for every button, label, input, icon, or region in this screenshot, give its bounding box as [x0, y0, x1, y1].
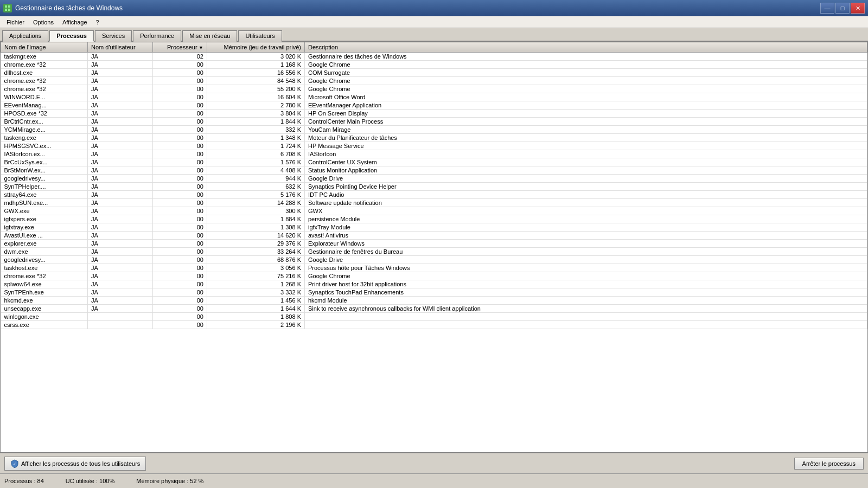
table-row[interactable]: AvastUI.exe ...JA0014 620 Kavast! Antivi…: [1, 232, 867, 240]
cell-cpu: 02: [153, 53, 207, 61]
cell-description: igfxTray Module: [305, 223, 867, 232]
cell-username: JA: [88, 166, 153, 175]
tabs-bar: Applications Processus Services Performa…: [0, 28, 868, 42]
cell-description: IAStorIcon: [305, 150, 867, 158]
table-row[interactable]: chrome.exe *32JA001 168 KGoogle Chrome: [1, 61, 867, 69]
sort-arrow-icon: [197, 44, 203, 50]
col-header-mem[interactable]: Mémoire (jeu de travail privé): [207, 42, 305, 53]
table-row[interactable]: chrome.exe *32JA0075 216 KGoogle Chrome: [1, 272, 867, 280]
table-row[interactable]: YCMMirage.e...JA00332 KYouCam Mirage: [1, 126, 867, 134]
table-row[interactable]: dwm.exeJA0033 264 KGestionnaire de fenêt…: [1, 248, 867, 256]
tab-performance[interactable]: Performance: [133, 30, 181, 42]
shield-icon: ✓: [10, 459, 19, 468]
table-row[interactable]: HPMSGSVC.ex...JA001 724 KHP Message Serv…: [1, 142, 867, 150]
cell-description: Moteur du Planificateur de tâches: [305, 134, 867, 142]
cell-process-name: googledrivesy...: [1, 175, 88, 183]
table-row[interactable]: csrss.exe002 196 K: [1, 321, 867, 329]
cell-memory: 1 456 K: [207, 297, 305, 305]
menu-help[interactable]: ?: [92, 18, 104, 27]
table-row[interactable]: hkcmd.exeJA001 456 Khkcmd Module: [1, 297, 867, 305]
table-row[interactable]: googledrivesy...JA0068 876 KGoogle Drive: [1, 256, 867, 264]
maximize-button[interactable]: □: [835, 3, 850, 14]
col-header-desc[interactable]: Description: [305, 42, 867, 53]
cell-memory: 16 556 K: [207, 69, 305, 77]
cell-username: JA: [88, 297, 153, 305]
table-row[interactable]: winlogon.exe001 808 K: [1, 313, 867, 321]
cell-cpu: 00: [153, 305, 207, 313]
table-row[interactable]: SynTPEnh.exeJA003 332 KSynaptics TouchPa…: [1, 288, 867, 297]
cell-process-name: sttray64.exe: [1, 191, 88, 199]
col-header-user[interactable]: Nom d'utilisateur: [88, 42, 153, 53]
tab-mise-en-reseau[interactable]: Mise en réseau: [182, 30, 237, 42]
status-processes: Processus : 84: [4, 478, 44, 484]
table-row[interactable]: dllhost.exeJA0016 556 KCOM Surrogate: [1, 69, 867, 77]
cell-cpu: 00: [153, 248, 207, 256]
table-row[interactable]: googledrivesy...JA00944 KGoogle Drive: [1, 175, 867, 183]
cell-memory: 332 K: [207, 126, 305, 134]
cell-description: YouCam Mirage: [305, 126, 867, 134]
cell-description: Status Monitor Application: [305, 166, 867, 175]
minimize-button[interactable]: —: [820, 3, 834, 14]
cell-memory: 1 724 K: [207, 142, 305, 150]
close-button[interactable]: ✕: [851, 3, 865, 14]
table-row[interactable]: igfxtray.exeJA001 308 KigfxTray Module: [1, 223, 867, 232]
col-header-cpu[interactable]: Processeur: [153, 42, 207, 53]
table-row[interactable]: EEventManag...JA002 780 KEEventManager A…: [1, 101, 867, 110]
cell-process-name: dllhost.exe: [1, 69, 88, 77]
table-row[interactable]: IAStorIcon.ex...JA006 708 KIAStorIcon: [1, 150, 867, 158]
tab-utilisateurs[interactable]: Utilisateurs: [238, 30, 282, 42]
table-row[interactable]: taskeng.exeJA001 348 KMoteur du Planific…: [1, 134, 867, 142]
table-row[interactable]: chrome.exe *32JA0055 200 KGoogle Chrome: [1, 85, 867, 93]
show-all-processes-button[interactable]: ✓ Afficher les processus de tous les uti…: [4, 457, 146, 471]
tab-services[interactable]: Services: [95, 30, 132, 42]
table-row[interactable]: igfxpers.exeJA001 884 Kpersistence Modul…: [1, 215, 867, 223]
cell-process-name: BrCcUxSys.ex...: [1, 158, 88, 166]
cell-cpu: 00: [153, 142, 207, 150]
cell-username: JA: [88, 248, 153, 256]
cell-memory: 14 288 K: [207, 199, 305, 207]
cell-process-name: explorer.exe: [1, 240, 88, 248]
cell-username: JA: [88, 288, 153, 297]
tab-applications[interactable]: Applications: [2, 30, 48, 42]
cell-username: JA: [88, 240, 153, 248]
table-row[interactable]: taskmgr.exeJA023 020 KGestionnaire des t…: [1, 53, 867, 61]
table-scroll-area[interactable]: Nom de l'Image Nom d'utilisateur Process…: [1, 42, 867, 452]
table-row[interactable]: BrCtrlCntr.ex...JA001 844 KControlCenter…: [1, 118, 867, 126]
cell-cpu: 00: [153, 280, 207, 288]
cell-process-name: IAStorIcon.ex...: [1, 150, 88, 158]
col-header-image[interactable]: Nom de l'Image: [1, 42, 88, 53]
table-row[interactable]: taskhost.exeJA003 056 KProcessus hôte po…: [1, 264, 867, 272]
table-row[interactable]: unsecapp.exeJA001 644 KSink to receive a…: [1, 305, 867, 313]
table-row[interactable]: mdhpSUN.exe...JA0014 288 KSoftware updat…: [1, 199, 867, 207]
cell-cpu: 00: [153, 69, 207, 77]
menu-affichage[interactable]: Affichage: [58, 18, 92, 27]
cell-username: JA: [88, 207, 153, 215]
cell-process-name: igfxtray.exe: [1, 223, 88, 232]
cell-cpu: 00: [153, 118, 207, 126]
cell-description: Google Chrome: [305, 272, 867, 280]
cell-memory: 1 644 K: [207, 305, 305, 313]
end-process-button[interactable]: Arrêter le processus: [794, 458, 864, 470]
menu-options[interactable]: Options: [29, 18, 58, 27]
table-row[interactable]: BrCcUxSys.ex...JA001 576 KControlCenter …: [1, 158, 867, 166]
table-row[interactable]: HPOSD.exe *32JA003 804 KHP On Screen Dis…: [1, 110, 867, 118]
table-row[interactable]: GWX.exeJA00300 KGWX: [1, 207, 867, 215]
table-row[interactable]: WINWORD.E...JA0016 604 KMicrosoft Office…: [1, 93, 867, 101]
cell-description: Google Chrome: [305, 61, 867, 69]
svg-text:✓: ✓: [13, 462, 16, 466]
table-row[interactable]: chrome.exe *32JA0084 548 KGoogle Chrome: [1, 77, 867, 85]
table-row[interactable]: splwow64.exeJA001 268 KPrint driver host…: [1, 280, 867, 288]
table-row[interactable]: explorer.exeJA0029 376 KExplorateur Wind…: [1, 240, 867, 248]
tab-processus[interactable]: Processus: [49, 30, 94, 42]
cell-process-name: taskhost.exe: [1, 264, 88, 272]
cell-username: JA: [88, 158, 153, 166]
cell-cpu: 00: [153, 232, 207, 240]
table-row[interactable]: BrStMonW.ex...JA004 408 KStatus Monitor …: [1, 166, 867, 175]
cell-username: JA: [88, 69, 153, 77]
cell-username: JA: [88, 85, 153, 93]
cell-cpu: 00: [153, 207, 207, 215]
table-row[interactable]: sttray64.exeJA005 176 KIDT PC Audio: [1, 191, 867, 199]
table-row[interactable]: SynTPHelper....JA00632 KSynaptics Pointi…: [1, 183, 867, 191]
menu-fichier[interactable]: Fichier: [2, 18, 29, 27]
cell-username: [88, 321, 153, 329]
